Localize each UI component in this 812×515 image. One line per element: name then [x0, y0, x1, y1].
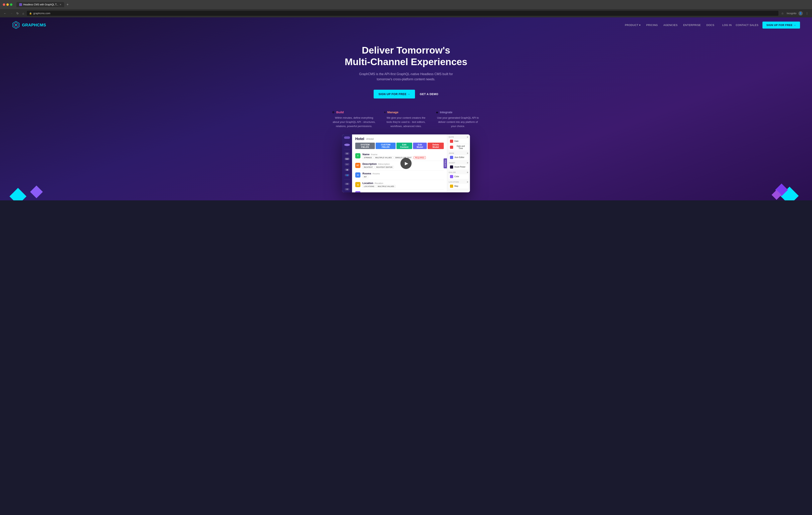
- panel-section-title-location: LOCATION ⊕: [449, 181, 468, 183]
- website-body: GRAPHCMS PRODUCT ▾ PRICING AGENCIES ENTE…: [0, 18, 812, 200]
- logo[interactable]: GRAPHCMS: [12, 21, 46, 29]
- features-row: ⚙ Build Within minutes, define everythin…: [306, 111, 506, 134]
- panel-item-map-label: Map: [454, 185, 458, 187]
- forward-button[interactable]: →: [9, 11, 13, 16]
- panel-section-color: COLOR ⊕ Color: [449, 172, 468, 179]
- nav-pricing[interactable]: PRICING: [646, 24, 658, 27]
- nav-enterprise[interactable]: ENTERPRISE: [683, 24, 701, 27]
- sidebar-icon-model[interactable]: ◈: [345, 158, 349, 160]
- field-row-name: T Name #name STRINGS MULTIPLE VALUES SIN…: [355, 151, 444, 161]
- model-name: Hotel: [355, 137, 364, 141]
- panel-item-asset-icon: [450, 165, 453, 169]
- panel-item-color-icon: [450, 175, 453, 178]
- build-name: Build: [336, 111, 344, 114]
- nav-login[interactable]: LOG IN: [722, 24, 732, 27]
- panel-item-date-icon: [450, 140, 453, 143]
- cms-main: Hotel #Hotel SYSTEM FIELDS CUSTOM FIELDS…: [352, 134, 447, 192]
- panel-item-asset[interactable]: Asset Picker: [449, 164, 468, 170]
- panel-item-json[interactable]: Json Editor: [449, 155, 468, 160]
- hero-section: Deliver Tomorrow's Multi-Channel Experie…: [0, 33, 812, 200]
- panel-item-date[interactable]: Date: [449, 139, 468, 144]
- nav-contact[interactable]: CONTACT SALES: [736, 24, 758, 27]
- tag-richtext-editor: RICHTEXT EDITOR: [375, 166, 394, 169]
- field-name-location: Location: [362, 182, 373, 185]
- browser-window: Headless CMS with GraphQL T... ✕ + ← → ↻…: [0, 0, 812, 18]
- tab-edit-content[interactable]: Edit Content: [397, 143, 412, 149]
- maximize-button[interactable]: [10, 3, 12, 6]
- panel-section-asset: ASSET ⊕ Asset Picker: [449, 162, 468, 170]
- toolbar-right: ☆ Incognito 👤 ⋮: [780, 11, 809, 16]
- panel-section-date: DATE ⊕ Date Date and Time: [449, 136, 468, 150]
- build-desc: Within minutes, define everything about …: [332, 116, 376, 128]
- tab-delete-model[interactable]: Delete Model: [428, 143, 444, 149]
- sidebar-icon-users[interactable]: 👥: [345, 174, 349, 176]
- refresh-button[interactable]: ↻: [16, 11, 20, 16]
- sidebar-icon-grid[interactable]: ⊞: [345, 152, 349, 155]
- bookmark-icon[interactable]: ☆: [780, 11, 785, 16]
- panel-item-datetime-icon: [450, 146, 453, 149]
- panel-item-map-icon: [450, 185, 453, 188]
- incognito-label: Incognito: [787, 12, 796, 15]
- manage-icon: ≡: [384, 111, 386, 114]
- sidebar-icon-settings2[interactable]: ⚙: [345, 188, 349, 190]
- tag-required: REQUIRED: [414, 156, 426, 159]
- feature-build-title: ⚙ Build: [332, 111, 376, 114]
- tab-edit-model[interactable]: Edit Model: [413, 143, 427, 149]
- tag-multiple: MULTIPLE VALUES: [374, 156, 393, 159]
- sidebar-icon-settings1[interactable]: ⚙: [345, 183, 349, 185]
- feature-manage: ≡ Manage We give your content creators t…: [384, 111, 428, 128]
- build-icon: ⚙: [332, 111, 335, 114]
- field-row-rooms: 42 Rooms #rooms INT: [355, 171, 444, 180]
- active-tab[interactable]: Headless CMS with GraphQL T... ✕: [17, 2, 64, 7]
- nav-docs[interactable]: DOCS: [706, 24, 715, 27]
- model-title-row: Hotel #Hotel: [355, 137, 444, 141]
- home-button[interactable]: ⌂: [22, 11, 25, 16]
- feature-build: ⚙ Build Within minutes, define everythin…: [332, 111, 376, 128]
- panel-item-color[interactable]: Color: [449, 174, 468, 179]
- nav-product[interactable]: PRODUCT ▾: [625, 24, 641, 27]
- tab-system-fields[interactable]: SYSTEM FIELDS: [355, 143, 375, 149]
- nav-agencies[interactable]: AGENCIES: [663, 24, 677, 27]
- cms-fields-list: T Name #name STRINGS MULTIPLE VALUES SIN…: [352, 149, 447, 192]
- manage-name: Manage: [387, 111, 398, 114]
- play-button[interactable]: ▶: [400, 158, 412, 169]
- field-row-location: ◎ Location #location LOCATIONS MULTIPLE …: [355, 180, 444, 189]
- panel-item-datetime[interactable]: Date and Time: [449, 144, 468, 150]
- tag-int: INT: [362, 175, 368, 178]
- field-name-description: Description: [362, 162, 377, 165]
- hero-cta: SIGN UP FOR FREE → GET A DEMO: [4, 90, 808, 98]
- nav-signup-button[interactable]: SIGN UP FOR FREE →: [762, 22, 800, 29]
- sidebar-icon-media[interactable]: ▣: [345, 169, 349, 171]
- feature-manage-title: ≡ Manage: [384, 111, 428, 114]
- tab-bar: Headless CMS with GraphQL T... ✕ +: [17, 2, 70, 7]
- sidebar-avatar: [344, 144, 350, 146]
- close-button[interactable]: [3, 3, 5, 6]
- incognito-avatar: 👤: [799, 11, 803, 16]
- panel-item-map[interactable]: Map: [449, 184, 468, 189]
- field-info-location: Location #location LOCATIONS MULTIPLE VA…: [362, 182, 444, 188]
- field-name-rooms: Rooms: [362, 172, 371, 175]
- hero-signup-button[interactable]: SIGN UP FOR FREE →: [374, 90, 415, 98]
- url-text: graphcms.com: [33, 12, 50, 15]
- field-tags-rooms: INT: [362, 175, 444, 178]
- menu-icon[interactable]: ⋮: [805, 11, 809, 16]
- tag-multiple-values: MULTIPLE VALUES: [376, 185, 396, 188]
- tab-custom-fields[interactable]: CUSTOM FIELDS: [376, 143, 396, 149]
- field-name-amenities: Amenities: [362, 192, 375, 192]
- url-bar[interactable]: 🔒 graphcms.com: [27, 11, 778, 16]
- field-badge-description: RT: [355, 163, 360, 168]
- tab-close-icon[interactable]: ✕: [60, 3, 61, 6]
- fields-toggle-button[interactable]: FIELDS: [443, 158, 447, 169]
- field-row-amenities: A Amenities #amenities: [355, 189, 444, 192]
- back-button[interactable]: ←: [3, 11, 7, 16]
- sidebar-icon-list[interactable]: ≡: [345, 163, 349, 165]
- logo-cms: CMS: [37, 23, 46, 27]
- hero-demo-button[interactable]: GET A DEMO: [420, 92, 438, 96]
- panel-item-json-icon: [450, 156, 453, 159]
- field-info-rooms: Rooms #rooms INT: [362, 172, 444, 178]
- new-tab-button[interactable]: +: [65, 2, 70, 7]
- hero-title: Deliver Tomorrow's Multi-Channel Experie…: [4, 44, 808, 67]
- minimize-button[interactable]: [6, 3, 9, 6]
- hero-subtitle: GraphCMS is the API-first GraphQL-native…: [358, 71, 454, 82]
- traffic-lights: [3, 3, 12, 6]
